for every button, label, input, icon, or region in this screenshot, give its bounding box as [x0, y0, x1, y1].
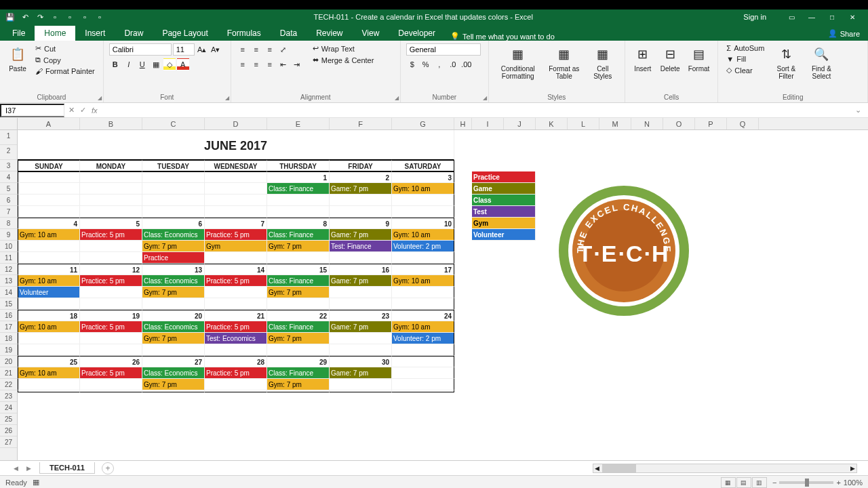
dec-decimal-icon[interactable]: .00 — [460, 58, 473, 70]
col-header-C[interactable]: C — [142, 118, 205, 129]
cell-D13[interactable]: Practice: 5 pm — [205, 275, 267, 287]
row-header-4[interactable]: 4 — [0, 171, 17, 183]
cell-A6[interactable] — [18, 195, 80, 206]
cell-D22[interactable] — [205, 379, 267, 390]
delete-button[interactable]: ⊟Delete — [658, 43, 683, 92]
cell-D8[interactable]: 7 — [205, 218, 267, 229]
align-right-icon[interactable]: ≡ — [264, 58, 276, 70]
row-header-12[interactable]: 12 — [0, 264, 17, 275]
cell-G7[interactable] — [392, 206, 454, 218]
cell-C13[interactable]: Class: Economics — [142, 275, 205, 287]
cell-G14[interactable] — [392, 287, 454, 298]
cell-E21[interactable]: Class: Finance — [267, 367, 330, 379]
cell-F22[interactable] — [330, 379, 392, 390]
column-headers[interactable]: ABCDEFGHIJKLMNOPQ — [0, 118, 868, 130]
cell-F3[interactable]: FRIDAY — [330, 160, 392, 171]
expand-formula-icon[interactable]: ⌄ — [855, 106, 861, 115]
cancel-icon[interactable]: ✕ — [68, 106, 75, 115]
percent-icon[interactable]: % — [420, 58, 432, 70]
cell-B4[interactable] — [80, 171, 142, 183]
row-header-21[interactable]: 21 — [0, 367, 17, 379]
row-header-6[interactable]: 6 — [0, 195, 17, 206]
wrap-text-button[interactable]: ↩Wrap Text — [310, 43, 377, 54]
font-color-button[interactable]: A — [177, 58, 189, 70]
col-header-O[interactable]: O — [663, 118, 695, 129]
cell-E15[interactable] — [267, 298, 330, 310]
row-header-9[interactable]: 9 — [0, 229, 17, 241]
cell-F21[interactable]: Game: 7 pm — [330, 367, 392, 379]
cell-C22[interactable]: Gym: 7 pm — [142, 379, 205, 390]
underline-button[interactable]: U — [136, 58, 149, 70]
cell-styles-button[interactable]: ▦Cell Styles — [587, 43, 619, 92]
row-header-13[interactable]: 13 — [0, 275, 17, 287]
new-sheet-button[interactable]: + — [102, 462, 114, 474]
cell-F11[interactable] — [330, 252, 392, 264]
cell-G16[interactable]: 24 — [392, 310, 454, 321]
minimize-icon[interactable]: — — [803, 12, 821, 22]
zoom-level[interactable]: 100% — [844, 479, 863, 487]
format-button[interactable]: ▤Format — [686, 43, 713, 92]
cell-G4[interactable]: 3 — [392, 171, 454, 183]
cell-A5[interactable] — [18, 183, 80, 195]
cell-D16[interactable]: 21 — [205, 310, 267, 321]
align-left-icon[interactable]: ≡ — [237, 58, 249, 70]
copy-button[interactable]: ⧉Copy — [33, 55, 98, 65]
open-icon[interactable]: ▫ — [65, 12, 75, 22]
row-header-14[interactable]: 14 — [0, 287, 17, 298]
cell-D9[interactable]: Practice: 5 pm — [205, 229, 267, 241]
inc-indent-icon[interactable]: ⇥ — [291, 58, 303, 70]
cell-E20[interactable]: 29 — [267, 356, 330, 367]
cell-E17[interactable]: Class: Finance — [267, 321, 330, 333]
cell-A16[interactable]: 18 — [18, 310, 80, 321]
row-header-3[interactable]: 3 — [0, 160, 17, 171]
cell-E16[interactable]: 22 — [267, 310, 330, 321]
col-header-F[interactable]: F — [330, 118, 392, 129]
cell-B6[interactable] — [80, 195, 142, 206]
row-header-24[interactable]: 24 — [0, 402, 17, 413]
col-header-J[interactable]: J — [504, 118, 536, 129]
cell-C7[interactable] — [142, 206, 205, 218]
cell-B5[interactable] — [80, 183, 142, 195]
tab-developer[interactable]: Developer — [389, 26, 445, 41]
row-header-19[interactable]: 19 — [0, 344, 17, 356]
cell-F7[interactable] — [330, 206, 392, 218]
new-icon[interactable]: ▫ — [50, 12, 60, 22]
cell-B22[interactable] — [80, 379, 142, 390]
fill-button[interactable]: ▼Fill — [724, 54, 767, 64]
cell-F5[interactable]: Game: 7 pm — [330, 183, 392, 195]
insert-button[interactable]: ⊞Insert — [631, 43, 655, 92]
tab-home[interactable]: Home — [35, 26, 75, 41]
cell-A22[interactable] — [18, 390, 80, 392]
cell-C8[interactable]: 6 — [142, 218, 205, 229]
cell-F15[interactable] — [330, 298, 392, 310]
cell-D5[interactable] — [205, 183, 267, 195]
cell-E19[interactable] — [267, 344, 330, 356]
cell-D15[interactable] — [205, 298, 267, 310]
inc-decimal-icon[interactable]: .0 — [447, 58, 459, 70]
font-size-combo[interactable] — [173, 43, 195, 56]
cell-E22[interactable]: Gym: 7 pm — [267, 379, 330, 390]
cell-B16[interactable]: 19 — [80, 310, 142, 321]
enter-icon[interactable]: ✓ — [80, 106, 86, 115]
tab-insert[interactable]: Insert — [75, 26, 115, 41]
row-header-25[interactable]: 25 — [0, 413, 17, 425]
cell-D17[interactable]: Practice: 5 pm — [205, 321, 267, 333]
formula-bar[interactable] — [103, 106, 850, 115]
cell-F8[interactable]: 9 — [330, 218, 392, 229]
cell-A19[interactable] — [18, 344, 80, 356]
cell-F22[interactable] — [330, 390, 392, 392]
cell-D21[interactable]: Practice: 5 pm — [205, 367, 267, 379]
cell-D20[interactable]: 28 — [205, 356, 267, 367]
cell-I9[interactable]: Volunteer — [472, 229, 536, 241]
cell-C9[interactable]: Class: Economics — [142, 229, 205, 241]
cell-C10[interactable]: Gym: 7 pm — [142, 241, 205, 252]
row-header-2[interactable]: 2 — [0, 145, 17, 160]
cell-F4[interactable]: 2 — [330, 171, 392, 183]
cell-I4[interactable]: Practice — [472, 171, 536, 183]
cell-F16[interactable]: 23 — [330, 310, 392, 321]
cell-B22[interactable] — [80, 390, 142, 392]
horizontal-scrollbar[interactable]: ◀▶ — [593, 464, 857, 473]
align-top-icon[interactable]: ≡ — [237, 43, 249, 56]
font-name-combo[interactable] — [109, 43, 172, 56]
cell-A4[interactable] — [18, 171, 80, 183]
